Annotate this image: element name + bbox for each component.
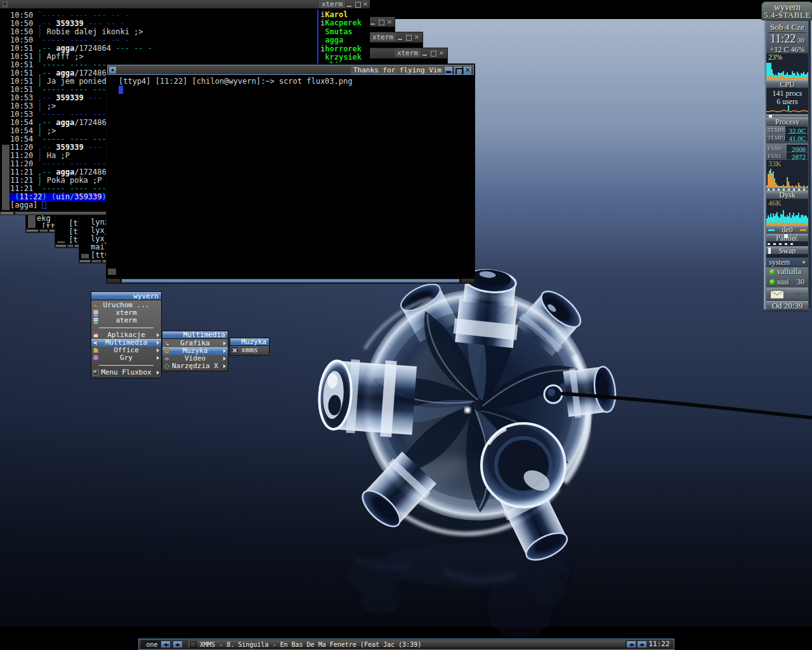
resize-bar[interactable] [67,244,74,248]
stick-button[interactable] [109,67,116,74]
resize-grip[interactable] [55,244,67,248]
menu-item-label: Narzędzia X [172,362,218,370]
disk-meter[interactable]: Dysk [766,190,808,199]
menu-title: Muzyka [230,338,269,346]
host-row: susi30 [766,277,808,288]
temperature-panel[interactable]: TEMP032.0CTEMP141.0C [766,126,808,142]
submenu-arrow-icon [223,357,226,361]
menu-item-label: xmms [241,346,258,354]
minimize-button[interactable] [445,67,452,74]
maximize-button[interactable] [454,67,462,74]
window-vim-xterm[interactable]: Thanks for flying Vim ✕ [ttyp4] [11:22] … [106,63,475,284]
contact-entry[interactable]: iKacperek [320,19,362,27]
cpu-meter[interactable]: CPU [766,80,808,88]
video-icon [164,355,170,362]
window-title: Thanks for flying Vim [351,65,444,75]
terminal-icon [93,317,99,324]
minimize-button[interactable] [422,50,428,56]
submenu-arrow-icon [157,371,159,375]
contact-list[interactable]: iKaroliKacperek Smutas aggaihorrorek krz… [320,11,362,70]
menu-item-aterm[interactable]: aterm [91,317,161,324]
memory-meter[interactable]: Pamięć [766,234,808,242]
menu-item-label: aterm [115,316,136,324]
run-icon [93,302,99,308]
submenu-arrow-icon [157,348,159,352]
stick-button[interactable] [2,1,8,8]
contact-entry[interactable]: agga [320,36,362,44]
resize-bar[interactable] [39,229,48,232]
scrollbar-thumb[interactable] [108,269,116,275]
fan-panel[interactable]: FAN02008FAN12872 [766,143,808,160]
net-meter[interactable]: de0 [766,225,808,234]
scrollbar-thumb[interactable] [28,215,36,228]
disk-chart-panel[interactable]: 33K [766,160,808,190]
menu-item-gry[interactable]: Gry [91,354,161,362]
menu-item-narz-dzia-x[interactable]: Narzędzia X [162,362,228,370]
contact-entry[interactable]: Smutas [320,28,362,36]
proc-panel[interactable]: 141 procs6 users [766,88,808,117]
window-handle[interactable] [107,277,475,283]
minimize-button[interactable] [397,34,403,41]
contact-entry[interactable]: ihorrorek [320,45,362,53]
menu-item-xmms[interactable]: xmms [230,347,269,354]
gkrellm-dock[interactable]: wyvern 5.4-STABLE Sob 4 Cze11:22 30+12 C… [764,1,811,312]
resize-grip[interactable] [107,279,121,283]
maximize-button[interactable] [378,19,384,25]
fluxbox-multimedia-menu: Multimedia GrafikaMuzykaVideoNarzędzia X [162,331,228,371]
clock-panel[interactable]: Sob 4 Cze11:22 30+12 C 46% [766,21,808,53]
resize-grip[interactable] [461,279,475,283]
dock-date: Sob 4 Cze [766,23,808,32]
uptime-panel[interactable]: system [766,258,808,267]
maximize-button[interactable] [355,1,361,8]
scrollbar-thumb[interactable] [81,254,89,258]
workspace-next-button[interactable] [173,640,183,648]
task-next-button[interactable] [637,640,647,648]
resize-grip[interactable] [0,211,14,215]
proc-meter[interactable]: Procesy [766,117,808,126]
menu-item-menu-fluxbox[interactable]: Menu Fluxbox [91,369,161,376]
workspace-name[interactable]: one [141,640,162,648]
terminal-content[interactable]: [ttyp4] [11:22] [chilon@wyvern]:~> scrot… [108,76,473,277]
workspace-prev-button[interactable] [160,640,171,648]
scrollbar-thumb[interactable] [2,145,10,210]
close-button[interactable]: ✕ [386,19,393,25]
dock-frame-right [808,18,811,312]
memory-krell[interactable] [766,242,808,246]
resize-bar[interactable] [121,279,460,283]
chat-prompt[interactable]: [agga] [10,201,37,209]
maximize-button[interactable] [430,50,436,56]
minimize-button[interactable] [346,1,353,8]
menu-title: Multimedia [162,331,228,339]
contact-entry[interactable]: krzysiek [320,53,362,62]
xtools-icon [164,363,170,369]
fan-label: FAN0 [768,145,782,152]
battery-percent: 23% [766,53,808,62]
maximize-button[interactable] [405,34,412,41]
mail-panel[interactable]: -/- [766,288,808,301]
titlebar[interactable]: Thanks for flying Vim ✕ [107,65,474,75]
resize-grip[interactable] [26,229,39,232]
hosts-panel[interactable]: valhallasusi30 [766,267,808,288]
uptime-bottom[interactable]: Od 20:39 [766,301,808,310]
net-chart-panel[interactable]: 46K [766,199,808,225]
task-prev-button[interactable] [626,640,636,648]
close-button[interactable]: ✕ [438,50,445,56]
multimedia-icon [93,340,99,346]
applications-icon [93,332,99,338]
resize-grip[interactable] [79,260,91,263]
minimize-button[interactable] [370,19,376,25]
contact-entry[interactable]: iKarol [320,11,362,19]
close-button[interactable]: ✕ [362,1,369,8]
swap-meter[interactable]: Swap [766,246,808,255]
office-icon [93,347,99,354]
xmms-icon [190,641,197,647]
resize-bar[interactable] [91,260,102,263]
gkrellm-header[interactable]: wyvern 5.4-STABLE [761,1,812,20]
taskbar[interactable]: one XMMS - 8. Singuila - En Bas De Ma Fe… [138,639,674,650]
cpu-chart-panel[interactable]: 23% [766,53,808,80]
task-button-xmms[interactable]: XMMS - 8. Singuila - En Bas De Ma Fenetr… [188,640,626,648]
close-button[interactable]: ✕ [464,67,471,74]
xmms-icon [232,347,238,354]
titlebar[interactable]: xterm ✕ [0,0,370,9]
close-button[interactable]: ✕ [414,34,420,41]
